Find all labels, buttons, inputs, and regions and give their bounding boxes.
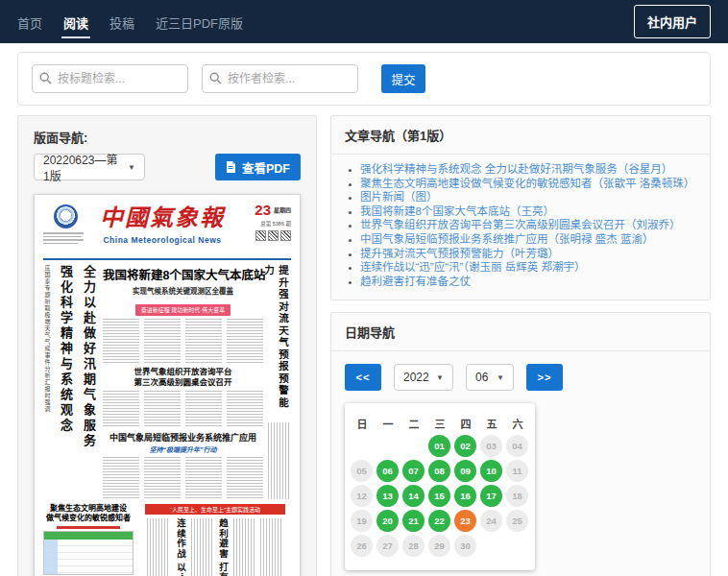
nav-item-home[interactable]: 首页 bbox=[17, 1, 42, 43]
bottom-left-article: 聚焦生态文明高地建设 做气候变化的敏锐感知者 bbox=[43, 504, 133, 576]
month-select[interactable]: 06 ▼ bbox=[466, 364, 514, 391]
calendar-day-08[interactable]: 08 bbox=[428, 460, 450, 482]
calendar-day-14[interactable]: 14 bbox=[402, 485, 425, 507]
edition-panel: 版面导航: 20220623—第1版 ▼ 查看PDF bbox=[17, 115, 317, 576]
calendar-day-10[interactable]: 10 bbox=[480, 460, 502, 482]
calendar-blank-cell bbox=[376, 435, 399, 457]
year-select-value: 2022 bbox=[403, 371, 429, 384]
bottom-right-articles: “人民至上、生命至上”主题实践活动 连续作战 以“迅”应“汛” 趋利避害 打有准… bbox=[139, 504, 291, 576]
calendar-weekday: 六 bbox=[506, 415, 529, 432]
calendar-day-09[interactable]: 09 bbox=[454, 460, 476, 482]
article-list-item: 提升强对流天气预报预警能力（叶芳璐） bbox=[360, 247, 696, 261]
article-link[interactable]: 强化科学精神与系统观念 全力以赴做好汛期气象服务（谷星月） bbox=[360, 163, 672, 175]
theme-banner: 奋进新征程 建功新时代·伟大变革 bbox=[135, 304, 231, 316]
calendar-weekday: 二 bbox=[402, 415, 425, 432]
newspaper-bottom-band: 聚焦生态文明高地建设 做气候变化的敏锐感知者 “人民至上、生命至上”主题实践活动 bbox=[43, 504, 291, 576]
nav-item-recent-pdf[interactable]: 近三日PDF原版 bbox=[156, 1, 243, 43]
article-list: 强化科学精神与系统观念 全力以赴做好汛期气象服务（谷星月）聚焦生态文明高地建设做… bbox=[360, 162, 696, 288]
article-link[interactable]: 连续作战以“迅”应“汛”（谢玉丽 岳辉英 郑潮宇） bbox=[360, 261, 585, 273]
qr-code-icon bbox=[280, 230, 291, 241]
calendar-day-15[interactable]: 15 bbox=[428, 485, 450, 507]
nav-item-submit[interactable]: 投稿 bbox=[109, 1, 134, 43]
newspaper-text-columns bbox=[103, 457, 263, 499]
article-list-item: 世界气象组织开放咨询平台第三次高级别圆桌会议召开（刘淑乔） bbox=[360, 218, 696, 232]
calendar-day-28: 28 bbox=[402, 535, 425, 557]
mid-headline-2: 中国气象局短临预报业务系统推广应用 bbox=[103, 431, 263, 444]
article-link[interactable]: 世界气象组织开放咨询平台第三次高级别圆桌会议召开（刘淑乔） bbox=[360, 219, 681, 230]
calendar-day-27: 27 bbox=[376, 535, 399, 557]
calendar-day-11: 11 bbox=[506, 460, 528, 482]
newspaper-preview[interactable]: 中國氣象報 China Meteorological News 23 星期四 总… bbox=[34, 194, 301, 576]
calendar-day-18: 18 bbox=[506, 485, 528, 507]
calendar-day-04: 04 bbox=[506, 435, 528, 457]
article-link[interactable]: 聚焦生态文明高地建设做气候变化的敏锐感知者（张歆平 洛桑顿珠） bbox=[360, 178, 694, 189]
title-search-input[interactable] bbox=[32, 64, 188, 93]
article-link[interactable]: 趋利避害打有准备之仗 bbox=[360, 276, 471, 287]
prev-month-button[interactable]: << bbox=[345, 364, 381, 391]
article-list-item: 中国气象局短临预报业务系统推广应用（张明禄 盛杰 蓝渝） bbox=[360, 232, 696, 247]
article-list-item: 我国将新建8个国家大气本底站（王亮） bbox=[360, 204, 696, 219]
calendar-day-19: 19 bbox=[351, 510, 373, 532]
calendar-day-07[interactable]: 07 bbox=[402, 460, 425, 482]
calendar-blank-cell bbox=[402, 435, 425, 457]
calendar-day-06[interactable]: 06 bbox=[376, 460, 399, 482]
search-icon bbox=[209, 72, 222, 84]
edition-controls: 20220623—第1版 ▼ 查看PDF bbox=[34, 154, 301, 180]
newspaper-main-column: 我国将新建8个国家大气本底站 实现气候系统关键观测区全覆盖 奋进新征程 建功新时… bbox=[103, 265, 263, 499]
calendar-day-24: 24 bbox=[480, 510, 502, 532]
calendar-day-23[interactable]: 23 bbox=[454, 510, 476, 532]
calendar-weekday: 五 bbox=[480, 415, 503, 432]
calendar-day-05: 05 bbox=[351, 460, 373, 482]
calendar-day-20[interactable]: 20 bbox=[376, 510, 399, 532]
edition-select[interactable]: 20220623—第1版 ▼ bbox=[34, 154, 145, 180]
calendar-day-26: 26 bbox=[351, 535, 373, 557]
bottom-vertical-headline-1: 连续作战 以“迅”应“汛” bbox=[174, 518, 187, 576]
author-search-input[interactable] bbox=[202, 64, 358, 93]
qr-code-icon bbox=[268, 230, 279, 241]
action-line: 坚持“极端提升年”行动 bbox=[103, 444, 263, 454]
calendar-day-25: 25 bbox=[506, 510, 528, 532]
red-campaign-banner: “人民至上、生命至上”主题实践活动 bbox=[145, 504, 284, 515]
article-link[interactable]: 中国气象局短临预报业务系统推广应用（张明禄 盛杰 蓝渝） bbox=[360, 233, 653, 245]
author-search-wrap bbox=[202, 64, 358, 93]
search-bar: 提交 bbox=[17, 52, 711, 106]
newspaper-masthead: 中國氣象報 China Meteorological News 23 星期四 总… bbox=[43, 202, 291, 256]
calendar-day-16[interactable]: 16 bbox=[454, 485, 476, 507]
calendar-weekday: 日 bbox=[351, 415, 374, 432]
article-link[interactable]: 提升强对流天气预报预警能力（叶芳璐） bbox=[360, 248, 559, 259]
article-link[interactable]: 图片新闻（图） bbox=[360, 191, 438, 203]
year-select[interactable]: 2022 ▼ bbox=[394, 364, 453, 391]
caret-down-icon: ▼ bbox=[436, 373, 444, 382]
nav-item-read[interactable]: 阅读 bbox=[63, 1, 88, 43]
qr-codes bbox=[237, 230, 291, 241]
article-list-item: 图片新闻（图） bbox=[360, 190, 696, 204]
calendar-day-13[interactable]: 13 bbox=[376, 485, 399, 507]
view-pdf-button[interactable]: 查看PDF bbox=[215, 154, 301, 180]
calendar-weekday: 四 bbox=[454, 415, 477, 432]
search-icon bbox=[39, 72, 52, 84]
edition-select-value: 20220623—第1版 bbox=[43, 151, 121, 183]
bottom-vertical-headline-2: 趋利避害 打有准备之仗 bbox=[216, 518, 230, 576]
calendar-day-22[interactable]: 22 bbox=[428, 510, 450, 532]
calendar-day-01[interactable]: 01 bbox=[428, 435, 450, 457]
date-controls: << 2022 ▼ 06 ▼ >> bbox=[345, 364, 696, 391]
internal-user-button[interactable]: 社内用户 bbox=[634, 5, 711, 38]
submit-button[interactable]: 提交 bbox=[381, 64, 425, 93]
next-month-button[interactable]: >> bbox=[526, 364, 563, 391]
newspaper-title-block: 中國氣象報 China Meteorological News bbox=[87, 202, 237, 245]
newspaper-title: 中國氣象報 bbox=[87, 204, 237, 232]
edition-nav-title: 版面导航: bbox=[34, 128, 301, 146]
calendar-day-02[interactable]: 02 bbox=[454, 435, 476, 457]
weather-table bbox=[43, 531, 133, 575]
newspaper-body: 庄国泰专题听取极端天气气候事件分析汇报时强调 强化科学精神与系统观念 全力以赴做… bbox=[43, 265, 291, 499]
calendar-blank-cell bbox=[351, 435, 373, 457]
navbar: 首页阅读投稿近三日PDF原版 社内用户 bbox=[0, 0, 728, 43]
article-list-item: 趋利避害打有准备之仗 bbox=[360, 275, 696, 289]
calendar-day-17[interactable]: 17 bbox=[480, 485, 502, 507]
calendar-day-21[interactable]: 21 bbox=[402, 510, 425, 532]
caret-down-icon: ▼ bbox=[128, 163, 135, 172]
table-title-bar bbox=[57, 526, 120, 529]
calendar-day-30: 30 bbox=[454, 535, 476, 557]
article-link[interactable]: 我国将新建8个国家大气本底站（王亮） bbox=[360, 205, 554, 217]
calendar: 日一二三四五六010203040506070809101112131415161… bbox=[345, 403, 535, 570]
